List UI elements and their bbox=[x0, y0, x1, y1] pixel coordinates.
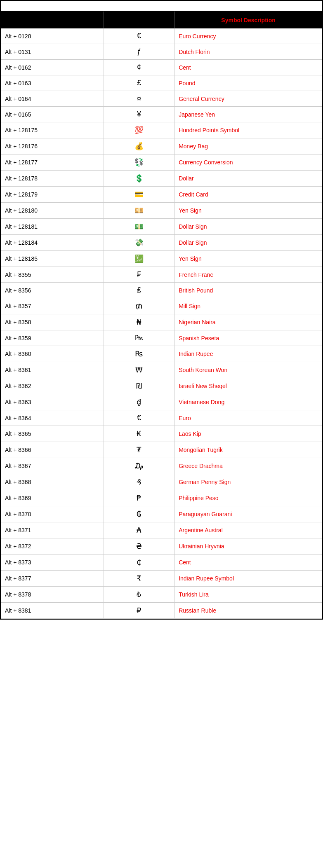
symbol-cell: ₯ bbox=[104, 458, 174, 474]
description-cell: Pound bbox=[174, 75, 322, 91]
symbol-cell: € bbox=[104, 410, 174, 426]
description-cell: Cent bbox=[174, 554, 322, 571]
symbol-cell: € bbox=[104, 28, 174, 44]
alt-code-cell: Alt + 8368 bbox=[1, 474, 104, 490]
table-row: Alt + 128185💹Yen Sign bbox=[1, 251, 322, 267]
alt-code-cell: Alt + 128175 bbox=[1, 122, 104, 138]
table-row: Alt + 0163£Pound bbox=[1, 75, 322, 91]
table-row: Alt + 0131ƒDutch Florin bbox=[1, 44, 322, 60]
description-cell: Philippine Peso bbox=[174, 490, 322, 506]
alt-code-cell: Alt + 8358 bbox=[1, 314, 104, 330]
alt-code-cell: Alt + 8363 bbox=[1, 394, 104, 410]
description-cell: Indian Rupee Symbol bbox=[174, 571, 322, 587]
description-cell: Mongolian Tugrik bbox=[174, 442, 322, 458]
table-row: Alt + 8369₱Philippine Peso bbox=[1, 490, 322, 506]
description-cell: Dollar bbox=[174, 171, 322, 187]
symbol-cell: ₩ bbox=[104, 362, 174, 378]
table-row: Alt + 0128€Euro Currency bbox=[1, 28, 322, 44]
header-alt-code: Alt Code bbox=[1, 12, 104, 28]
description-cell: Mill Sign bbox=[174, 298, 322, 314]
table-row: Alt + 8356₤British Pound bbox=[1, 283, 322, 298]
description-cell: General Currency bbox=[174, 91, 322, 107]
alt-code-cell: Alt + 0131 bbox=[1, 44, 104, 60]
alt-code-cell: Alt + 8362 bbox=[1, 378, 104, 394]
description-cell: Greece Drachma bbox=[174, 458, 322, 474]
table-row: Alt + 8373₵Cent bbox=[1, 554, 322, 571]
symbol-cell: 💱 bbox=[104, 154, 174, 171]
alt-code-cell: Alt + 128179 bbox=[1, 187, 104, 203]
table-row: Alt + 8372₴Ukrainian Hryvnia bbox=[1, 538, 322, 554]
alt-code-cell: Alt + 0163 bbox=[1, 75, 104, 91]
description-cell: Euro Currency bbox=[174, 28, 322, 44]
symbol-cell: 💴 bbox=[104, 203, 174, 219]
table-row: Alt + 8368₰German Penny Sign bbox=[1, 474, 322, 490]
table-row: Alt + 128180💴Yen Sign bbox=[1, 203, 322, 219]
description-cell: Dutch Florin bbox=[174, 44, 322, 60]
table-row: Alt + 128176💰Money Bag bbox=[1, 138, 322, 154]
table-row: Alt + 128178💲Dollar bbox=[1, 171, 322, 187]
description-cell: German Penny Sign bbox=[174, 474, 322, 490]
description-cell: Spanish Peseta bbox=[174, 330, 322, 346]
alt-code-cell: Alt + 8365 bbox=[1, 426, 104, 442]
description-cell: Paraguayan Guarani bbox=[174, 506, 322, 522]
alt-code-cell: Alt + 8371 bbox=[1, 522, 104, 538]
alt-code-cell: Alt + 8359 bbox=[1, 330, 104, 346]
table-row: Alt + 8364€Euro bbox=[1, 410, 322, 426]
alt-code-cell: Alt + 128178 bbox=[1, 171, 104, 187]
table-row: Alt + 128177💱Currency Conversion bbox=[1, 154, 322, 171]
description-cell: Dollar Sign bbox=[174, 235, 322, 251]
alt-code-cell: Alt + 8361 bbox=[1, 362, 104, 378]
currency-table: Alt Code Symbol Symbol Description Alt +… bbox=[0, 0, 323, 620]
table-row: Alt + 128184💸Dollar Sign bbox=[1, 235, 322, 251]
table-row: Alt + 0165¥Japanese Yen bbox=[1, 107, 322, 122]
table-row: Alt + 8355₣French Franc bbox=[1, 267, 322, 283]
symbol-cell: ƒ bbox=[104, 44, 174, 60]
description-cell: Japanese Yen bbox=[174, 107, 322, 122]
description-cell: Russian Ruble bbox=[174, 603, 322, 619]
table-row: Alt + 8360₨Indian Rupee bbox=[1, 346, 322, 362]
description-cell: Nigerian Naira bbox=[174, 314, 322, 330]
description-cell: Dollar Sign bbox=[174, 219, 322, 235]
symbol-cell: 💹 bbox=[104, 251, 174, 267]
symbol-cell: 💸 bbox=[104, 235, 174, 251]
alt-code-cell: Alt + 0165 bbox=[1, 107, 104, 122]
symbol-cell: ₤ bbox=[104, 283, 174, 298]
description-cell: South Korean Won bbox=[174, 362, 322, 378]
alt-code-cell: Alt + 128184 bbox=[1, 235, 104, 251]
alt-code-cell: Alt + 8364 bbox=[1, 410, 104, 426]
description-cell: Currency Conversion bbox=[174, 154, 322, 171]
description-cell: British Pound bbox=[174, 283, 322, 298]
symbol-cell: ₦ bbox=[104, 314, 174, 330]
alt-code-cell: Alt + 8370 bbox=[1, 506, 104, 522]
symbol-cell: ¢ bbox=[104, 60, 174, 75]
table-row: Alt + 8378₺Turkish Lira bbox=[1, 587, 322, 603]
description-cell: Money Bag bbox=[174, 138, 322, 154]
description-cell: Yen Sign bbox=[174, 203, 322, 219]
symbol-cell: ₳ bbox=[104, 522, 174, 538]
alt-code-cell: Alt + 128185 bbox=[1, 251, 104, 267]
symbol-cell: 💯 bbox=[104, 122, 174, 138]
symbol-cell: £ bbox=[104, 75, 174, 91]
alt-code-cell: Alt + 8357 bbox=[1, 298, 104, 314]
symbol-cell: ₫ bbox=[104, 394, 174, 410]
symbol-cell: 💰 bbox=[104, 138, 174, 154]
page-title bbox=[1, 1, 322, 12]
symbol-cell: ₲ bbox=[104, 506, 174, 522]
symbol-cell: ₴ bbox=[104, 538, 174, 554]
description-cell: Laos Kip bbox=[174, 426, 322, 442]
symbol-cell: ₭ bbox=[104, 426, 174, 442]
alt-code-cell: Alt + 8367 bbox=[1, 458, 104, 474]
table-row: Alt + 8358₦Nigerian Naira bbox=[1, 314, 322, 330]
symbol-cell: ₥ bbox=[104, 298, 174, 314]
description-cell: Turkish Lira bbox=[174, 587, 322, 603]
table-row: Alt + 8381₽Russian Ruble bbox=[1, 603, 322, 619]
symbol-cell: 💳 bbox=[104, 187, 174, 203]
alt-code-cell: Alt + 0128 bbox=[1, 28, 104, 44]
description-cell: Hundred Points Symbol bbox=[174, 122, 322, 138]
symbol-cell: ₮ bbox=[104, 442, 174, 458]
alt-code-cell: Alt + 128176 bbox=[1, 138, 104, 154]
description-cell: Argentine Austral bbox=[174, 522, 322, 538]
alt-code-cell: Alt + 8360 bbox=[1, 346, 104, 362]
table-row: Alt + 128181💵Dollar Sign bbox=[1, 219, 322, 235]
description-cell: Yen Sign bbox=[174, 251, 322, 267]
